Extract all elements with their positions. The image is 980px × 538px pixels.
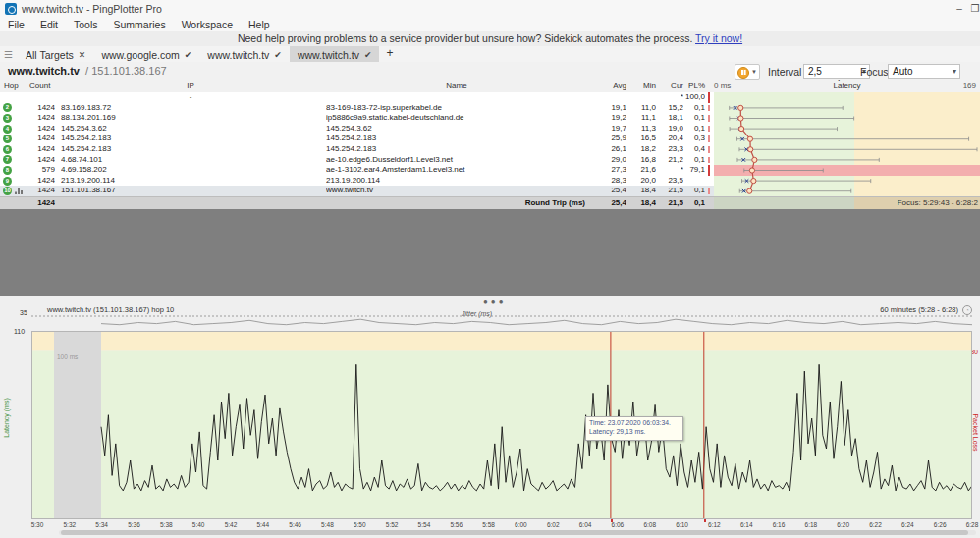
time-tick: 5:52 xyxy=(386,521,399,528)
tab-www-google-com-1[interactable]: www.google.com✔ xyxy=(93,46,199,63)
menu-file[interactable]: File xyxy=(0,18,32,31)
chevron-down-icon: ▼ xyxy=(751,69,757,75)
hop-pl: 100,0 xyxy=(685,92,705,103)
hop-count: 1424 xyxy=(26,113,55,124)
hop-min xyxy=(630,92,656,103)
time-tick: 5:40 xyxy=(192,521,205,528)
hop-cur: * xyxy=(660,92,683,103)
pane-splitter-handle[interactable]: ●●● xyxy=(483,297,507,306)
hop-count: 579 xyxy=(26,165,55,176)
rt-count: 1424 xyxy=(26,197,55,209)
menu-summaries[interactable]: Summaries xyxy=(106,18,174,31)
hop-min: 11,0 xyxy=(630,103,656,114)
col-min[interactable]: Min xyxy=(630,81,656,92)
hop-avg: 19,2 xyxy=(589,113,626,124)
trace-play-pause-button[interactable]: ▼ xyxy=(735,64,760,80)
packet-loss-tick xyxy=(708,115,710,122)
col-pl[interactable]: PL% xyxy=(685,81,705,92)
tab-www-twitch-tv-3[interactable]: www.twitch.tv✔ xyxy=(290,46,380,63)
hop-cur: 20,4 xyxy=(660,134,683,144)
hop-count: 1424 xyxy=(26,186,55,196)
col-avg[interactable]: Avg xyxy=(589,81,626,92)
time-tick: 6:10 xyxy=(676,521,688,528)
hop-count: 1424 xyxy=(26,134,55,144)
scrollbar-thumb[interactable] xyxy=(61,530,968,535)
col-latency[interactable]: Latency xyxy=(714,81,980,92)
packet-loss-tick xyxy=(708,105,710,112)
horizontal-scrollbar[interactable] xyxy=(59,530,976,535)
hop-ip: 4.69.158.202 xyxy=(61,165,320,176)
latency-timeline-chart[interactable]: 100 ms xyxy=(31,331,972,519)
sidekick-banner: Need help proving problems to a service … xyxy=(0,31,980,46)
col-ip[interactable]: IP xyxy=(61,81,320,92)
tab-all-targets-0[interactable]: All Targets✕ xyxy=(18,46,93,63)
hop-count: 1424 xyxy=(26,176,55,187)
row-graph-icon xyxy=(15,188,24,194)
time-tick: 5:32 xyxy=(63,521,76,528)
hop-number-badge: 10 xyxy=(3,187,12,195)
new-target-button[interactable]: + xyxy=(379,46,400,62)
time-tick: 6:20 xyxy=(837,521,849,528)
menu-edit[interactable]: Edit xyxy=(32,18,66,31)
hop-pl: 0,1 xyxy=(685,155,705,166)
col-hop[interactable]: Hop xyxy=(4,81,19,92)
hop-pl: 0,4 xyxy=(685,144,705,155)
tooltip-latency: Latency: 29,13 ms. xyxy=(589,427,680,436)
hop-pl: 79,1 xyxy=(685,165,705,176)
col-name[interactable]: Name xyxy=(326,81,587,92)
loss-axis-marker xyxy=(704,519,706,522)
hop-number-badge: 8 xyxy=(3,166,12,175)
col-count[interactable]: Count xyxy=(29,81,50,92)
focus-select[interactable]: Auto xyxy=(888,64,960,79)
hop-count: 1424 xyxy=(26,103,55,114)
check-icon[interactable]: ✔ xyxy=(185,48,192,62)
check-icon[interactable]: ✔ xyxy=(274,48,282,62)
banner-link[interactable]: Try it now! xyxy=(695,32,742,44)
time-tick: 5:50 xyxy=(354,521,366,528)
time-tick: 6:00 xyxy=(515,521,527,528)
hop-ip: 145.254.3.62 xyxy=(61,124,320,134)
rt-cur: 21,5 xyxy=(660,197,683,209)
maximize-button[interactable]: ❐ xyxy=(968,2,980,15)
hop-name: 145.254.2.183 xyxy=(326,144,587,155)
hop-min: 20,0 xyxy=(630,176,656,187)
hop-avg: 19,1 xyxy=(589,103,626,114)
minimize-button[interactable]: – xyxy=(953,2,966,15)
hop-name: ae-1-3102.ear4.Amsterdam1.Level3.net xyxy=(326,165,587,176)
col-cur[interactable]: Cur xyxy=(660,81,683,92)
time-tick: 6:14 xyxy=(740,521,753,528)
tab-www-twitch-tv-2[interactable]: www.twitch.tv✔ xyxy=(199,46,290,63)
rt-avg: 25,4 xyxy=(589,197,626,209)
menu-help[interactable]: Help xyxy=(241,18,278,31)
hop-count xyxy=(26,92,55,103)
time-tick: 5:36 xyxy=(128,521,140,528)
y-max-label: 110 xyxy=(14,328,25,335)
hop-avg: 29,0 xyxy=(589,155,626,166)
hop-name: 145.254.3.62 xyxy=(326,124,587,134)
hop-ip: 83.169.183.72 xyxy=(61,103,320,114)
menu-tools[interactable]: Tools xyxy=(66,18,106,31)
tab-list-icon[interactable]: ☰ xyxy=(4,49,13,60)
hop-latency-graph[interactable] xyxy=(714,92,980,208)
rt-min: 18,4 xyxy=(630,197,656,209)
menu-bar: FileEditToolsSummariesWorkspaceHelp xyxy=(0,18,980,31)
hop-avg: 26,1 xyxy=(589,144,626,155)
hop-cur: 15,2 xyxy=(660,103,683,114)
jitter-chart[interactable] xyxy=(31,312,972,330)
chart-tooltip: Time: 23.07.2020 06:03:34. Latency: 29,1… xyxy=(585,416,683,441)
packet-loss-tick xyxy=(708,188,710,194)
menu-workspace[interactable]: Workspace xyxy=(174,18,241,31)
time-tick: 5:58 xyxy=(482,521,495,528)
hop-min: 18,4 xyxy=(630,186,656,196)
check-icon[interactable]: ✔ xyxy=(364,48,372,62)
packet-loss-axis-label: Packet Loss xyxy=(972,404,979,462)
close-icon[interactable]: ✕ xyxy=(79,48,86,62)
hop-ip: 151.101.38.167 xyxy=(61,186,320,196)
banner-text: Need help proving problems to a service … xyxy=(238,32,692,44)
hop-min: 18,2 xyxy=(630,144,656,155)
hop-ip: 88.134.201.169 xyxy=(61,113,320,124)
time-tick: 5:56 xyxy=(450,521,463,528)
tab-label: All Targets xyxy=(26,48,74,62)
tab-label: www.twitch.tv xyxy=(207,48,269,62)
hop-pl: 0,1 xyxy=(685,113,705,124)
